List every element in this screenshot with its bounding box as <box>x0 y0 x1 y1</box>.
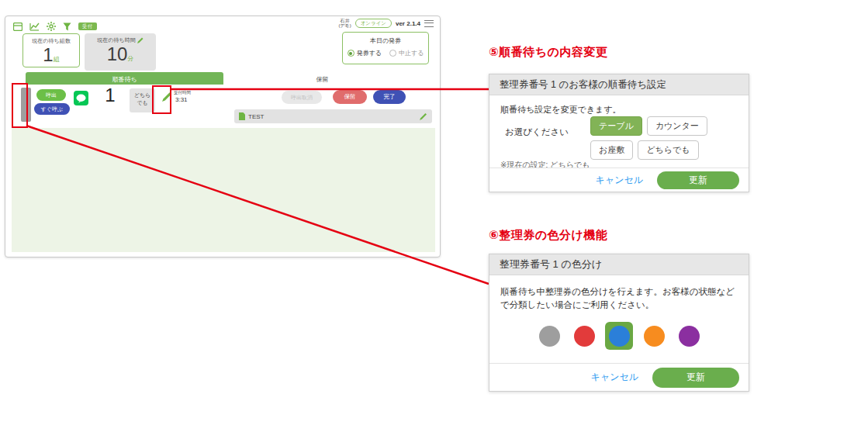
seat-dialog-title: 整理券番号 1 のお客様の順番待ち設定 <box>489 74 749 95</box>
queue-app-window: 受付 石井 (デモ) オンライン ver 2.1.4 現在の待ち組数 1組 現在… <box>5 16 441 257</box>
ticket-number: 1 <box>99 85 122 106</box>
cancel-button[interactable]: キャンセル <box>591 371 638 384</box>
color-dot-gray[interactable] <box>535 322 563 350</box>
radio-issue[interactable]: 発券する <box>348 49 382 57</box>
seat-dialog-description: 順番待ち設定を変更できます。 <box>500 104 621 116</box>
section5-heading: ⑤順番待ちの内容変更 <box>489 45 607 60</box>
reception-time-label: 受付時間 <box>174 90 191 95</box>
reception-time-value: 3:31 <box>175 96 188 103</box>
ticketing-title: 本日の発券 <box>343 36 428 45</box>
page-canvas: 受付 石井 (デモ) オンライン ver 2.1.4 現在の待ち組数 1組 現在… <box>0 0 868 425</box>
online-status-pill: オンライン <box>355 19 392 28</box>
filter-icon[interactable] <box>63 22 71 31</box>
todays-ticketing-box: 本日の発券 発券する 中止する <box>342 32 429 64</box>
update-button[interactable]: 更新 <box>652 368 739 388</box>
radio-stop[interactable]: 中止する <box>389 49 424 57</box>
waiting-time-value: 10分 <box>85 44 156 69</box>
seat-dialog-footer: キャンセル 更新 <box>489 168 749 192</box>
seat-field-label: お選びください <box>505 126 569 138</box>
memo-text: TEST <box>248 113 417 120</box>
color-dialog-title: 整理券番号 1 の色分け <box>489 254 749 275</box>
color-dot-orange[interactable] <box>640 322 668 350</box>
gear-icon[interactable] <box>47 22 56 31</box>
edit-pencil-icon[interactable] <box>137 37 144 44</box>
done-button[interactable]: 完了 <box>373 90 406 104</box>
color-coding-dialog: 整理券番号 1 の色分け 順番待ち中整理券の色分けを行えます。お客様の状態などで… <box>489 254 749 392</box>
cancel-call-button[interactable]: 呼出取消 <box>282 91 322 104</box>
red-dot <box>574 326 595 347</box>
account-area: 石井 (デモ) オンライン ver 2.1.4 <box>338 19 434 28</box>
orange-dot <box>644 326 665 347</box>
cancel-button[interactable]: キャンセル <box>596 174 643 187</box>
chart-icon[interactable] <box>29 22 40 31</box>
ticket-list-icon[interactable] <box>13 22 22 31</box>
color-dot-blue[interactable] <box>605 322 633 350</box>
account-name: 石井 (デモ) <box>338 19 351 28</box>
color-dialog-footer: キャンセル 更新 <box>489 363 749 391</box>
queue-row: 呼出 すぐ呼ぶ 1 どちら でも 受付時間 3:31 呼出取消 保留 完了 <box>12 85 435 128</box>
waiting-time-card[interactable]: 現在の待ち時間 10分 <box>85 33 156 71</box>
app-version: ver 2.1.4 <box>396 20 420 27</box>
seat-option-tatami[interactable]: お座敷 <box>590 140 633 160</box>
seat-option-counter[interactable]: カウンター <box>647 116 707 136</box>
color-dot-red[interactable] <box>570 322 598 350</box>
waiting-list: 呼出 すぐ呼ぶ 1 どちら でも 受付時間 3:31 呼出取消 保留 完了 <box>12 85 435 252</box>
seat-option-group: テーブル カウンター お座敷 どちらでも <box>590 116 745 160</box>
radio-issue-dot <box>348 50 354 57</box>
hold-button[interactable]: 保留 <box>333 90 367 104</box>
annotation-box-seat-pencil <box>152 85 171 114</box>
radio-stop-dot <box>389 50 396 57</box>
color-dot-group <box>489 321 749 351</box>
waiting-groups-card: 現在の待ち組数 1組 <box>22 33 80 67</box>
section6-heading: ⑥整理券の色分け機能 <box>489 228 607 243</box>
app-toolbar: 受付 <box>13 20 97 33</box>
edit-memo-pencil-icon[interactable] <box>420 109 427 123</box>
memo-bar[interactable]: TEST <box>234 109 432 123</box>
line-icon <box>74 91 88 105</box>
annotation-box-color-bar <box>12 83 28 128</box>
memo-doc-icon <box>239 109 245 123</box>
gray-dot <box>539 326 560 347</box>
waiting-groups-value: 1組 <box>23 45 79 70</box>
update-button[interactable]: 更新 <box>657 171 739 189</box>
color-dot-purple[interactable] <box>675 322 703 350</box>
color-dialog-description: 順番待ち中整理券の色分けを行えます。お客様の状態などで分類したい場合にご利用くだ… <box>500 285 739 312</box>
call-now-button[interactable]: すぐ呼ぶ <box>34 103 70 115</box>
purple-dot <box>679 326 700 347</box>
seat-option-either[interactable]: どちらでも <box>638 140 698 160</box>
call-button[interactable]: 呼出 <box>36 89 66 101</box>
seat-option-table[interactable]: テーブル <box>590 116 642 136</box>
seat-setting-dialog: 整理券番号 1 のお客様の順番待ち設定 順番待ち設定を変更できます。 お選びくだ… <box>489 74 749 192</box>
menu-icon[interactable] <box>424 20 434 27</box>
status-badge: 受付 <box>78 22 97 30</box>
blue-dot <box>609 326 630 347</box>
